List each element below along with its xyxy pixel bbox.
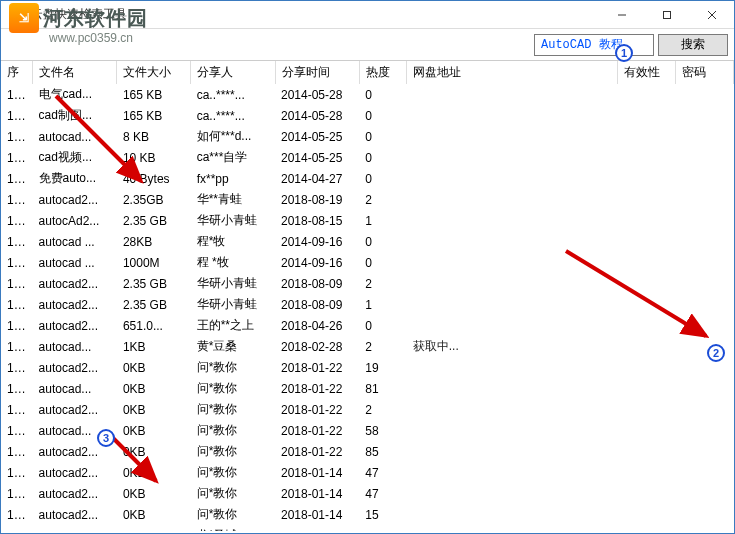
cell-heat: 0	[359, 126, 406, 147]
cell-seq: 160	[1, 504, 33, 525]
cell-seq: 152	[1, 336, 33, 357]
search-input[interactable]	[534, 34, 654, 56]
cell-sharetime: 2014-05-25	[275, 147, 359, 168]
cell-sharer: 问*教你	[191, 357, 275, 378]
close-button[interactable]	[689, 1, 734, 29]
cell-sharetime: 2018-01-22	[275, 399, 359, 420]
app-window: ⇲ 河东软件园 www.pc0359.cn 云盘快速检索工具 搜索 1	[0, 0, 735, 534]
cell-heat: 2	[359, 399, 406, 420]
cell-sharer: 华研小青蛙	[191, 273, 275, 294]
cell-url	[407, 126, 618, 147]
cell-valid	[618, 525, 676, 531]
cell-sharer: 龙*圣域	[191, 525, 275, 531]
cell-pwd	[675, 147, 733, 168]
col-sharer[interactable]: 分享人	[191, 61, 275, 84]
cell-heat: 0	[359, 147, 406, 168]
cell-valid	[618, 147, 676, 168]
col-url[interactable]: 网盘地址	[407, 61, 618, 84]
cell-sharetime: 2017-12-28	[275, 525, 359, 531]
cell-heat: 0	[359, 105, 406, 126]
cell-url	[407, 420, 618, 441]
cell-sharetime: 2014-05-25	[275, 126, 359, 147]
cell-heat: 1	[359, 294, 406, 315]
cell-seq: 159	[1, 483, 33, 504]
cell-sharetime: 2018-08-09	[275, 294, 359, 315]
cell-filename: autocad ...	[33, 231, 117, 252]
cell-filename: autocad2...	[33, 294, 117, 315]
cell-heat: 81	[359, 378, 406, 399]
cell-url	[407, 210, 618, 231]
cell-sharetime: 2018-04-26	[275, 315, 359, 336]
cell-valid	[618, 504, 676, 525]
table-row[interactable]: 160autocad2...0KB问*教你2018-01-1415	[1, 504, 734, 525]
cell-filesize: 1KB	[117, 336, 191, 357]
cell-heat: 0	[359, 525, 406, 531]
cell-url	[407, 483, 618, 504]
cell-url	[407, 399, 618, 420]
cell-filesize: 0KB	[117, 378, 191, 399]
cell-heat: 1	[359, 210, 406, 231]
header-row: 序 文件名 文件大小 分享人 分享时间 热度 网盘地址 有效性 密码	[1, 61, 734, 84]
cell-sharer: 华**青蛙	[191, 189, 275, 210]
cell-sharetime: 2018-08-19	[275, 189, 359, 210]
cell-sharetime: 2018-01-14	[275, 504, 359, 525]
cell-sharer: 问*教你	[191, 420, 275, 441]
cell-filename: autocad...	[33, 525, 117, 531]
annotation-badge-3: 3	[97, 429, 115, 447]
cell-sharetime: 2018-02-28	[275, 336, 359, 357]
app-icon	[9, 7, 25, 23]
cell-seq: 147	[1, 231, 33, 252]
minimize-button[interactable]	[599, 1, 644, 29]
cell-url	[407, 147, 618, 168]
titlebar: 云盘快速检索工具	[1, 1, 734, 29]
cell-seq: 150	[1, 294, 33, 315]
cell-heat: 0	[359, 84, 406, 105]
col-filename[interactable]: 文件名	[33, 61, 117, 84]
maximize-button[interactable]	[644, 1, 689, 29]
svg-rect-1	[663, 11, 670, 18]
cell-valid	[618, 84, 676, 105]
col-sharetime[interactable]: 分享时间	[275, 61, 359, 84]
cell-seq: 141	[1, 105, 33, 126]
cell-url	[407, 462, 618, 483]
col-pwd[interactable]: 密码	[675, 61, 733, 84]
cell-pwd	[675, 420, 733, 441]
cell-sharer: 华研小青蛙	[191, 294, 275, 315]
cell-sharer: 华研小青蛙	[191, 210, 275, 231]
cell-filename: autocad2...	[33, 273, 117, 294]
cell-valid	[618, 210, 676, 231]
cell-sharetime: 2014-05-28	[275, 84, 359, 105]
window-controls	[599, 1, 734, 29]
cell-sharer: 问*教你	[191, 462, 275, 483]
cell-sharetime: 2018-01-14	[275, 462, 359, 483]
cell-url	[407, 105, 618, 126]
search-button[interactable]: 搜索	[658, 34, 728, 56]
cell-sharer: ca***自学	[191, 147, 275, 168]
cell-sharetime: 2018-08-15	[275, 210, 359, 231]
table-row[interactable]: 146autocAd2...2.35 GB华研小青蛙2018-08-151	[1, 210, 734, 231]
cell-filename: autocAd2...	[33, 210, 117, 231]
table-row[interactable]: 161autocad...705.5...龙*圣域2017-12-280	[1, 525, 734, 531]
cell-url	[407, 441, 618, 462]
cell-sharer: 程 *牧	[191, 252, 275, 273]
cell-filesize: 2.35 GB	[117, 294, 191, 315]
cell-valid	[618, 420, 676, 441]
cell-seq: 142	[1, 126, 33, 147]
col-filesize[interactable]: 文件大小	[117, 61, 191, 84]
col-heat[interactable]: 热度	[359, 61, 406, 84]
table-row[interactable]: 155autocad2...0KB问*教你2018-01-222	[1, 399, 734, 420]
table-row[interactable]: 154autocad...0KB问*教你2018-01-2281	[1, 378, 734, 399]
cell-sharetime: 2018-01-14	[275, 483, 359, 504]
col-valid[interactable]: 有效性	[618, 61, 676, 84]
cell-filesize: 28KB	[117, 231, 191, 252]
col-seq[interactable]: 序	[1, 61, 33, 84]
cell-seq: 144	[1, 168, 33, 189]
cell-filename: autocad2...	[33, 399, 117, 420]
cell-heat: 2	[359, 336, 406, 357]
cell-pwd	[675, 399, 733, 420]
cell-sharer: 问*教你	[191, 504, 275, 525]
cell-valid	[618, 378, 676, 399]
cell-sharetime: 2014-05-28	[275, 105, 359, 126]
cell-sharer: ca..****...	[191, 84, 275, 105]
cell-sharetime: 2014-09-16	[275, 252, 359, 273]
